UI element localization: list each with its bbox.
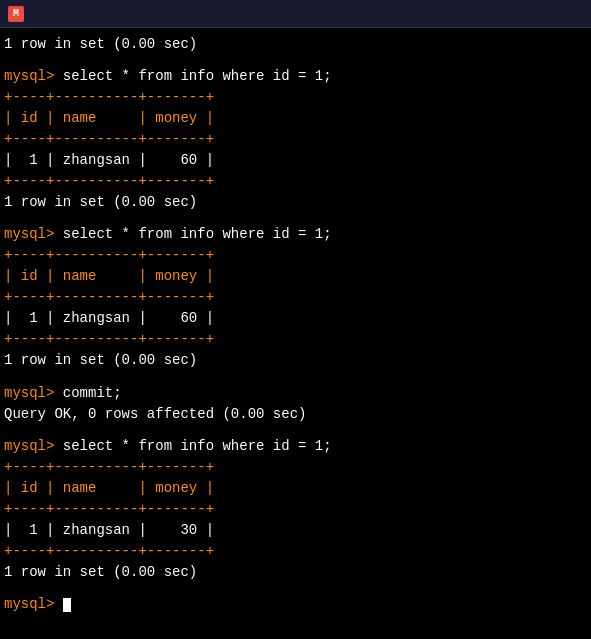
terminal-line: 1 row in set (0.00 sec) (4, 562, 587, 583)
terminal-line: 1 row in set (0.00 sec) (4, 34, 587, 55)
terminal-line: +----+----------+-------+ (4, 287, 587, 308)
terminal-line: | id | name | money | (4, 108, 587, 129)
terminal-line: +----+----------+-------+ (4, 329, 587, 350)
terminal-line: +----+----------+-------+ (4, 87, 587, 108)
sql-command: commit; (63, 385, 122, 401)
terminal[interactable]: 1 row in set (0.00 sec) mysql> select * … (0, 28, 591, 639)
title-bar: M (0, 0, 591, 28)
terminal-line (4, 371, 587, 382)
terminal-line: mysql> (4, 594, 587, 615)
sql-command: select * from info where id = 1; (63, 226, 332, 242)
terminal-line: mysql> select * from info where id = 1; (4, 66, 587, 87)
terminal-line: +----+----------+-------+ (4, 541, 587, 562)
terminal-line: 1 row in set (0.00 sec) (4, 350, 587, 371)
terminal-line: +----+----------+-------+ (4, 457, 587, 478)
terminal-line: | id | name | money | (4, 266, 587, 287)
terminal-line (4, 425, 587, 436)
sql-command: select * from info where id = 1; (63, 438, 332, 454)
terminal-line: | 1 | zhangsan | 30 | (4, 520, 587, 541)
terminal-line (4, 55, 587, 66)
terminal-line: +----+----------+-------+ (4, 129, 587, 150)
terminal-line: mysql> select * from info where id = 1; (4, 224, 587, 245)
terminal-line: 1 row in set (0.00 sec) (4, 192, 587, 213)
prompt: mysql> (4, 596, 63, 612)
prompt: mysql> (4, 438, 63, 454)
terminal-line: | 1 | zhangsan | 60 | (4, 308, 587, 329)
prompt: mysql> (4, 68, 63, 84)
terminal-line: | id | name | money | (4, 478, 587, 499)
app-icon: M (8, 6, 24, 22)
terminal-line: Query OK, 0 rows affected (0.00 sec) (4, 404, 587, 425)
terminal-line: mysql> commit; (4, 383, 587, 404)
terminal-line (4, 583, 587, 594)
sql-command: select * from info where id = 1; (63, 68, 332, 84)
terminal-line: +----+----------+-------+ (4, 245, 587, 266)
prompt: mysql> (4, 226, 63, 242)
terminal-line: +----+----------+-------+ (4, 171, 587, 192)
prompt: mysql> (4, 385, 63, 401)
terminal-line: +----+----------+-------+ (4, 499, 587, 520)
terminal-line: mysql> select * from info where id = 1; (4, 436, 587, 457)
cursor (63, 598, 71, 612)
terminal-line: | 1 | zhangsan | 60 | (4, 150, 587, 171)
terminal-line (4, 213, 587, 224)
